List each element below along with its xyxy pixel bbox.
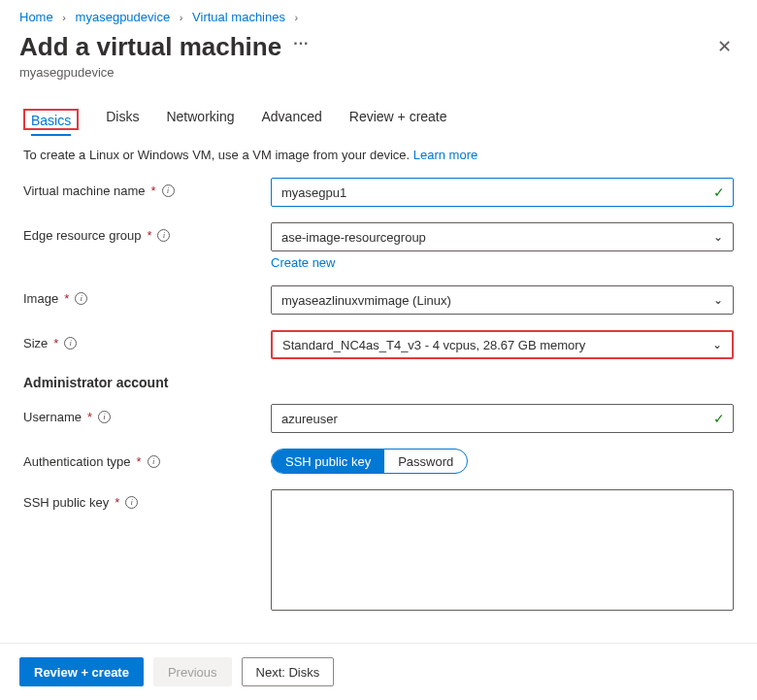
authtype-ssh[interactable]: SSH public key: [272, 450, 384, 473]
previous-button: Previous: [153, 657, 232, 686]
chevron-down-icon: ⌄: [712, 338, 722, 351]
required-mark: *: [87, 410, 92, 424]
check-icon: ✓: [713, 411, 725, 426]
vmname-label: Virtual machine name: [23, 183, 146, 198]
footer: Review + create Previous Next: Disks: [0, 643, 757, 700]
breadcrumb-sep: ›: [295, 12, 299, 23]
authtype-toggle: SSH public key Password: [271, 449, 468, 474]
image-value: myaseazlinuxvmimage (Linux): [281, 293, 451, 308]
rg-label: Edge resource group: [23, 228, 141, 243]
breadcrumb-device[interactable]: myasegpudevice: [76, 10, 171, 24]
required-mark: *: [53, 336, 58, 350]
next-button[interactable]: Next: Disks: [242, 657, 335, 686]
info-icon[interactable]: i: [148, 455, 160, 468]
tab-basics-highlight: Basics: [23, 109, 79, 130]
helptext-text: To create a Linux or Windows VM, use a V…: [23, 148, 413, 162]
info-icon[interactable]: i: [157, 229, 170, 242]
tab-advanced[interactable]: Advanced: [262, 109, 322, 130]
username-label: Username: [23, 410, 82, 424]
tab-disks[interactable]: Disks: [106, 109, 139, 130]
page-subtitle: myasegpudevice: [0, 63, 757, 80]
rg-value: ase-image-resourcegroup: [281, 230, 426, 245]
required-mark: *: [151, 183, 156, 198]
vmname-value: myasegpu1: [281, 185, 346, 200]
username-input[interactable]: azureuser ✓: [271, 404, 734, 433]
chevron-down-icon: ⌄: [713, 230, 723, 244]
admin-section-head: Administrator account: [23, 375, 734, 390]
create-new-link[interactable]: Create new: [271, 255, 335, 270]
info-icon[interactable]: i: [125, 496, 138, 509]
image-label: Image: [23, 291, 58, 306]
close-icon[interactable]: ✕: [711, 30, 738, 63]
username-value: azureuser: [281, 412, 338, 426]
required-mark: *: [147, 228, 151, 243]
rg-select[interactable]: ase-image-resourcegroup ⌄: [271, 222, 734, 251]
sshkey-textarea[interactable]: [271, 489, 734, 611]
tab-basics[interactable]: Basics: [31, 113, 71, 136]
learn-more-link[interactable]: Learn more: [413, 148, 477, 162]
review-create-button[interactable]: Review + create: [19, 657, 144, 686]
authtype-password[interactable]: Password: [384, 450, 467, 473]
helptext: To create a Linux or Windows VM, use a V…: [0, 130, 757, 162]
size-label: Size: [23, 336, 48, 350]
required-mark: *: [115, 495, 119, 510]
breadcrumb-sep: ›: [62, 12, 66, 23]
tab-networking[interactable]: Networking: [166, 109, 234, 130]
chevron-down-icon: ⌄: [713, 293, 723, 307]
page-title-text: Add a virtual machine: [19, 32, 281, 62]
authtype-label: Authentication type: [23, 454, 131, 469]
required-mark: *: [64, 291, 69, 306]
tab-review[interactable]: Review + create: [349, 109, 447, 130]
breadcrumb: Home › myasegpudevice › Virtual machines…: [0, 0, 757, 30]
breadcrumb-home[interactable]: Home: [19, 10, 53, 24]
vmname-input[interactable]: myasegpu1 ✓: [271, 178, 734, 207]
breadcrumb-vms[interactable]: Virtual machines: [192, 10, 285, 24]
info-icon[interactable]: i: [75, 292, 87, 305]
info-icon[interactable]: i: [98, 411, 111, 423]
image-select[interactable]: myaseazlinuxvmimage (Linux) ⌄: [271, 285, 734, 315]
tabs: Basics Disks Networking Advanced Review …: [0, 80, 757, 130]
breadcrumb-sep: ›: [180, 12, 183, 23]
sshkey-label: SSH public key: [23, 495, 109, 510]
size-value: Standard_NC4as_T4_v3 - 4 vcpus, 28.67 GB…: [282, 338, 585, 352]
required-mark: *: [137, 454, 142, 469]
size-select[interactable]: Standard_NC4as_T4_v3 - 4 vcpus, 28.67 GB…: [271, 330, 734, 359]
page-title: Add a virtual machine ···: [19, 32, 310, 62]
check-icon: ✓: [713, 184, 725, 200]
info-icon[interactable]: i: [64, 337, 77, 350]
more-icon[interactable]: ···: [293, 35, 309, 58]
info-icon[interactable]: i: [162, 184, 175, 197]
